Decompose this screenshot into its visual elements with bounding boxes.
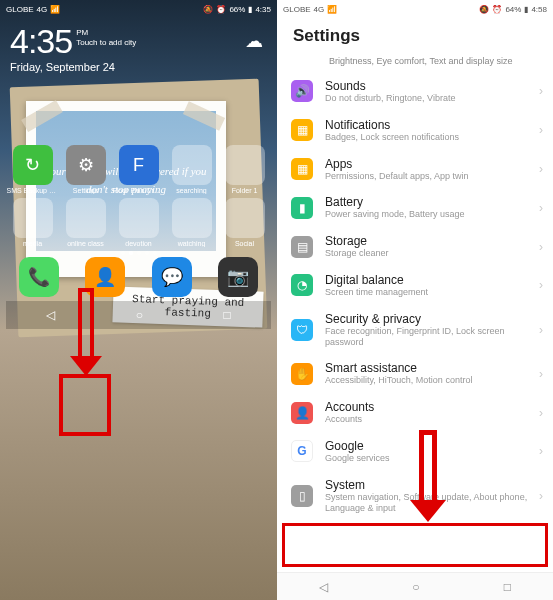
nav-back[interactable]: ◁ xyxy=(46,308,55,322)
item-desc: Badges, Lock screen notifications xyxy=(325,132,539,143)
app-media[interactable]: media xyxy=(9,198,57,247)
app-label: media xyxy=(7,240,59,247)
item-desc: Face recognition, Fingerprint ID, Lock s… xyxy=(325,326,539,348)
settings-icon: 👤 xyxy=(291,402,313,424)
settings-item-battery[interactable]: ▮BatteryPower saving mode, Battery usage… xyxy=(277,188,553,227)
app-social[interactable]: Social xyxy=(221,198,269,247)
date-label: Friday, September 24 xyxy=(0,61,277,79)
settings-icon: 🔊 xyxy=(291,80,313,102)
item-desc: Do not disturb, Ringtone, Vibrate xyxy=(325,93,539,104)
status-bar: GLOBE4G📶 🔕⏰66%▮4:35 xyxy=(0,0,277,18)
nav-home[interactable]: ○ xyxy=(412,580,419,594)
item-desc: Storage cleaner xyxy=(325,248,539,259)
item-desc: Screen time management xyxy=(325,287,539,298)
app-floor-plan-creator[interactable]: FFloor Plan Creator xyxy=(115,145,163,194)
app-dock[interactable]: 📷 xyxy=(214,257,262,297)
phone-settings-screen: GLOBE4G📶 🔕⏰64%▮4:58 Settings Brightness,… xyxy=(277,0,553,600)
nav-recent[interactable]: □ xyxy=(504,580,511,594)
item-desc: Accounts xyxy=(325,414,539,425)
app-label: Settings xyxy=(60,187,112,194)
app-online-class[interactable]: online class xyxy=(62,198,110,247)
item-name: Digital balance xyxy=(325,273,539,287)
nav-bar: ◁ ○ □ xyxy=(6,301,271,329)
app-searching[interactable]: searching xyxy=(168,145,216,194)
chevron-right-icon: › xyxy=(539,84,543,98)
settings-list[interactable]: 🔊SoundsDo not disturb, Ringtone, Vibrate… xyxy=(277,72,553,520)
app-label: Floor Plan Creator xyxy=(113,187,165,194)
clock-time: 4:35 xyxy=(10,22,72,61)
app-watching[interactable]: watching xyxy=(168,198,216,247)
nav-bar: ◁ ○ □ xyxy=(277,572,553,600)
annotation-arrow xyxy=(419,430,446,522)
settings-item-security-privacy[interactable]: 🛡Security & privacyFace recognition, Fin… xyxy=(277,305,553,355)
item-name: Storage xyxy=(325,234,539,248)
chevron-right-icon: › xyxy=(539,367,543,381)
item-name: Security & privacy xyxy=(325,312,539,326)
settings-icon: ▮ xyxy=(291,197,313,219)
settings-item-digital-balance[interactable]: ◔Digital balanceScreen time management› xyxy=(277,266,553,305)
nav-recent[interactable]: □ xyxy=(224,308,231,322)
settings-icon: ▯ xyxy=(291,485,313,507)
chevron-right-icon: › xyxy=(539,240,543,254)
app-label: Folder 1 xyxy=(219,187,271,194)
app-dock[interactable]: 📞 xyxy=(15,257,63,297)
item-name: Sounds xyxy=(325,79,539,93)
chevron-right-icon: › xyxy=(539,406,543,420)
chevron-right-icon: › xyxy=(539,489,543,503)
settings-item-smart-assistance[interactable]: ✋Smart assistanceAccessibility, HiTouch,… xyxy=(277,354,553,393)
item-name: Notifications xyxy=(325,118,539,132)
item-name: Smart assistance xyxy=(325,361,539,375)
settings-icon: ◔ xyxy=(291,274,313,296)
settings-icon: ✋ xyxy=(291,363,313,385)
app-sms-backup-restore[interactable]: ↻SMS Backup & Restore xyxy=(9,145,57,194)
app-settings[interactable]: ⚙Settings xyxy=(62,145,110,194)
annotation-highlight-box xyxy=(59,374,111,436)
item-desc: Power saving mode, Battery usage xyxy=(325,209,539,220)
item-desc: Permissions, Default apps, App twin xyxy=(325,171,539,182)
settings-icon: G xyxy=(291,440,313,462)
weather-icon[interactable]: ☁ xyxy=(245,30,263,52)
status-bar: GLOBE4G📶 🔕⏰64%▮4:58 xyxy=(277,0,553,18)
settings-item-google[interactable]: GGoogleGoogle services› xyxy=(277,432,553,471)
phone-home-screen: GLOBE4G📶 🔕⏰66%▮4:35 4:35 PMTouch to add … xyxy=(0,0,277,600)
chevron-right-icon: › xyxy=(539,123,543,137)
app-dock[interactable]: 💬 xyxy=(148,257,196,297)
app-folder-1[interactable]: Folder 1 xyxy=(221,145,269,194)
page-indicator xyxy=(6,251,271,255)
app-label: SMS Backup & Restore xyxy=(7,187,59,194)
chevron-right-icon: › xyxy=(539,278,543,292)
chevron-right-icon: › xyxy=(539,162,543,176)
nav-home[interactable]: ○ xyxy=(136,308,143,322)
item-name: Battery xyxy=(325,195,539,209)
chevron-right-icon: › xyxy=(539,201,543,215)
app-label: searching xyxy=(166,187,218,194)
clock-widget[interactable]: 4:35 PMTouch to add city xyxy=(0,18,277,61)
chevron-right-icon: › xyxy=(539,323,543,337)
nav-back[interactable]: ◁ xyxy=(319,580,328,594)
app-label: online class xyxy=(60,240,112,247)
item-desc: Accessibility, HiTouch, Motion control xyxy=(325,375,539,386)
annotation-arrow xyxy=(78,288,102,376)
truncated-item-desc: Brightness, Eye comfort, Text and displa… xyxy=(277,56,553,72)
app-label: watching xyxy=(166,240,218,247)
app-devotion[interactable]: devotion xyxy=(115,198,163,247)
settings-icon: ▤ xyxy=(291,236,313,258)
settings-icon: ▦ xyxy=(291,158,313,180)
chevron-right-icon: › xyxy=(539,444,543,458)
settings-item-apps[interactable]: ▦AppsPermissions, Default apps, App twin… xyxy=(277,150,553,189)
settings-item-notifications[interactable]: ▦NotificationsBadges, Lock screen notifi… xyxy=(277,111,553,150)
settings-item-storage[interactable]: ▤StorageStorage cleaner› xyxy=(277,227,553,266)
item-name: Accounts xyxy=(325,400,539,414)
page-title: Settings xyxy=(277,18,553,56)
settings-icon: 🛡 xyxy=(291,319,313,341)
item-name: Apps xyxy=(325,157,539,171)
settings-icon: ▦ xyxy=(291,119,313,141)
app-label: Social xyxy=(219,240,271,247)
annotation-highlight-box xyxy=(282,523,548,567)
settings-item-sounds[interactable]: 🔊SoundsDo not disturb, Ringtone, Vibrate… xyxy=(277,72,553,111)
settings-item-accounts[interactable]: 👤AccountsAccounts› xyxy=(277,393,553,432)
app-label: devotion xyxy=(113,240,165,247)
